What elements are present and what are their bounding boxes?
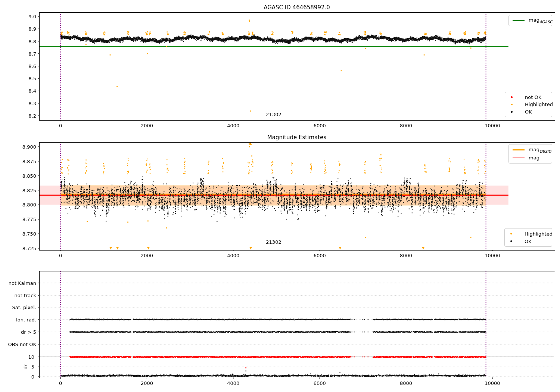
flag-category-label: Sat. pixel. [6,304,36,310]
ytick-label: 8.875 [13,158,36,164]
xtick-label: 6000 [314,380,326,386]
flag-category-label: not track [6,293,36,298]
legend-dot-icon [511,96,513,98]
legend-label: Highlighted [525,231,553,237]
legend-label: OK [525,109,532,115]
legend-line-swatch [513,149,525,150]
legend-entry: Highlighted [508,230,548,237]
xtick-label: 10000 [485,123,500,128]
ytick-label: 8.7 [13,51,36,56]
ytick-label: 8.5 [13,76,36,81]
xtick-label: 0 [59,123,62,128]
legend-marker-swatch [508,240,520,242]
legend-entry: OK [508,237,548,245]
legend-line-swatch [513,158,525,158]
ytick-label: 8.825 [13,187,36,193]
xtick-label: 10000 [485,253,500,258]
legend-label: OK [525,239,532,244]
xtick-label: 2000 [141,380,153,386]
ytick-label: 8.6 [13,63,36,69]
legend-marker-swatch [509,96,521,98]
ytick-label: 8.900 [13,144,36,149]
xtick-label: 0 [59,380,62,386]
xtick-label: 4000 [227,380,239,386]
xtick-label: 2000 [141,253,153,258]
legend-plot1-markers: not OKHighlightedOK [505,92,552,117]
xtick-label: 6000 [314,123,326,128]
legend-label: magOBSID [529,147,551,153]
legend-plot2-markers: HighlightedOK [504,228,552,247]
ytick-label: 8.750 [13,231,36,237]
legend-dot-icon [511,104,513,106]
xtick-label: 8000 [400,253,412,258]
xtick-label: 0 [59,253,62,258]
dr-tick-label: 0 [13,374,34,379]
ytick-label: 8.3 [13,100,36,106]
legend-label-subscript: OBSID [539,149,551,153]
legend-dot-icon [511,111,513,113]
legend-entry: magOBSID [513,146,548,154]
legend-label: magAGASC [529,17,552,24]
ytick-label: 8.775 [13,217,36,222]
legend-plot2-lines: magOBSIDmag [508,144,552,164]
legend-line-swatch [513,20,525,21]
xtick-label: 4000 [227,253,239,258]
plot1-title: AGASC ID 464658992.0 [39,4,554,11]
legend-label: Highlighted [525,102,553,107]
xtick-label: 4000 [227,123,239,128]
legend-entry: Highlighted [509,101,548,108]
dr-tick-label: 10 [13,354,34,360]
legend-entry: OK [509,108,548,115]
legend-marker-swatch [508,233,520,235]
ytick-label: 8.9 [13,26,36,32]
dr-tick-label: 5 [13,364,34,370]
flag-category-label: OBS not OK [6,342,36,347]
legend-dot-icon [510,240,512,242]
xtick-label: 8000 [400,380,412,386]
figure: AGASC ID 464658992.0 Magnitude Estimates… [0,0,560,392]
legend-label-subscript: AGASC [539,20,553,24]
legend-marker-swatch [509,104,521,106]
legend-marker-swatch [509,111,521,113]
legend-label: mag [529,155,539,161]
obsid-annotation-plot2: 21302 [266,239,281,245]
ytick-label: 9.0 [13,14,36,19]
xtick-label: 6000 [314,253,326,258]
legend-entry: mag [513,154,548,162]
ytick-label: 8.8 [13,38,36,44]
ytick-label: 8.725 [13,245,36,251]
ytick-label: 8.2 [13,113,36,118]
ytick-label: 8.850 [13,173,36,178]
legend-entry: not OK [509,94,548,101]
obsid-annotation-plot1: 21302 [266,112,281,117]
legend-label: not OK [525,94,541,100]
xtick-label: 10000 [485,380,500,386]
legend-mag-agasc: magAGASC [508,15,552,26]
xtick-label: 2000 [141,123,153,128]
ytick-label: 8.4 [13,88,36,94]
ytick-label: 8.800 [13,202,36,208]
plot2-title: Magnitude Estimates [39,134,554,141]
legend-entry: magAGASC [513,17,548,24]
flag-category-label: not Kalman [6,280,36,286]
plot-canvas [0,0,560,392]
flag-category-label: dr > 5 [6,329,36,335]
flag-category-label: Ion. rad. [6,317,36,322]
xtick-label: 8000 [400,123,412,128]
legend-dot-icon [510,233,512,235]
